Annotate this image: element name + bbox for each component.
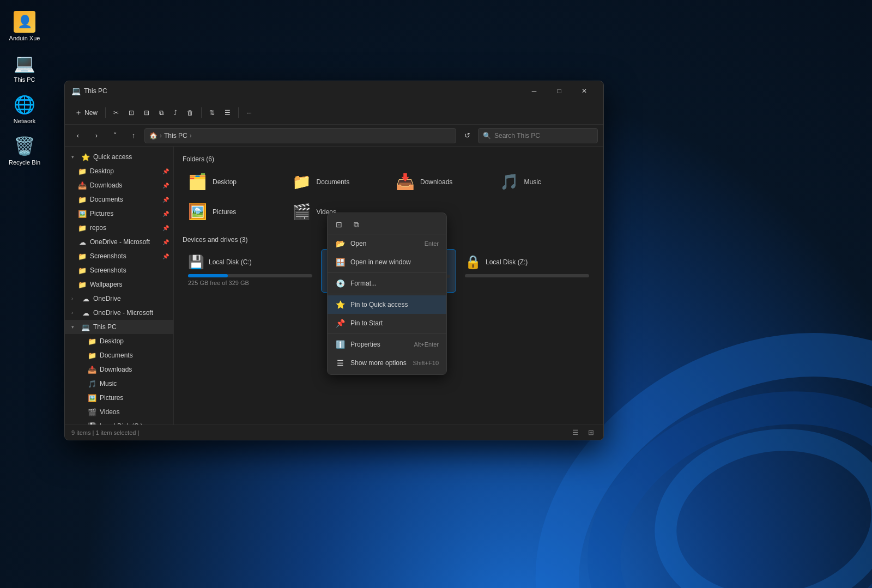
- address-bar: ‹ › ˅ ↑ 🏠 › This PC › ↺ 🔍 Search This PC: [65, 125, 603, 147]
- ctx-properties-item[interactable]: ℹ️ Properties Alt+Enter: [328, 335, 446, 354]
- music-folder-icon: 🎵: [500, 173, 519, 191]
- quick-access-label: Quick access: [93, 153, 132, 161]
- sidebar-desktop-label: Desktop: [90, 167, 114, 175]
- address-home-icon: 🏠: [149, 132, 158, 140]
- sidebar-item-downloads[interactable]: 📥 Downloads 📌: [65, 178, 173, 192]
- new-icon: ＋: [75, 108, 82, 118]
- downloads-sub-icon: 📥: [88, 366, 96, 374]
- sidebar-item-wallpapers[interactable]: 📁 Wallpapers: [65, 277, 173, 292]
- address-path[interactable]: 🏠 › This PC ›: [144, 128, 456, 143]
- sidebar-item-desktop[interactable]: 📁 Desktop 📌: [65, 164, 173, 178]
- sidebar-thispc-music-label: Music: [100, 380, 117, 387]
- folder-item-downloads[interactable]: 📥 Downloads: [390, 168, 491, 195]
- toolbar-separator-2: [201, 107, 202, 118]
- drive-c-info: 225 GB free of 329 GB: [188, 280, 312, 286]
- new-button[interactable]: ＋ New: [70, 104, 102, 122]
- sidebar-item-repos[interactable]: 📁 repos 📌: [65, 221, 173, 235]
- paste-button[interactable]: ⊟: [140, 104, 154, 122]
- pictures-folder-icon: 🖼️: [78, 210, 87, 218]
- toolbar: ＋ New ✂ ⊡ ⊟ ⧉ ⤴ 🗑 ⇅ ☰ ···: [65, 101, 603, 125]
- downloads-folder-icon-main: 📥: [396, 173, 415, 191]
- desktop-folder-icon: 🗂️: [188, 173, 207, 191]
- drive-c-header: 💾 Local Disk (C:): [188, 254, 312, 270]
- sidebar-quick-access[interactable]: ▾ ⭐ Quick access: [65, 150, 173, 164]
- sidebar-thispc-downloads[interactable]: 📥 Downloads: [65, 362, 173, 377]
- sidebar-thispc-music[interactable]: 🎵 Music: [65, 377, 173, 391]
- delete-button[interactable]: 🗑: [183, 104, 198, 122]
- folder-item-music[interactable]: 🎵 Music: [494, 168, 595, 195]
- up-button[interactable]: ↑: [126, 128, 141, 143]
- more-button[interactable]: ···: [242, 104, 256, 122]
- pin-icon: 📌: [162, 168, 169, 174]
- desktop-icon-network[interactable]: 🌐 Network: [5, 94, 44, 124]
- sidebar-onedrive-label: OneDrive: [93, 295, 121, 302]
- ctx-show-more-label: Show more options: [350, 359, 407, 367]
- chevron-down-icon: ▾: [71, 154, 78, 160]
- minimize-button[interactable]: ─: [522, 83, 547, 99]
- sidebar-item-pictures[interactable]: 🖼️ Pictures 📌: [65, 207, 173, 221]
- status-view-controls: ☰ ⊞: [570, 427, 597, 439]
- ctx-open-item[interactable]: 📂 Open Enter: [328, 234, 446, 253]
- sidebar-documents-label: Documents: [90, 196, 123, 203]
- star-icon: ⭐: [81, 153, 90, 161]
- share-button[interactable]: ⤴: [169, 104, 181, 122]
- forward-button[interactable]: ›: [89, 128, 104, 143]
- back-button[interactable]: ‹: [70, 128, 86, 143]
- downloads-folder-label: Downloads: [420, 178, 452, 186]
- copy-button[interactable]: ⊡: [124, 104, 138, 122]
- ctx-open-new-window-item[interactable]: 🪟 Open in new window: [328, 253, 446, 271]
- grid-view-button[interactable]: ⊞: [585, 427, 597, 439]
- ctx-copy-button[interactable]: ⊡: [331, 217, 347, 232]
- videos-folder-icon: 🎬: [292, 203, 311, 221]
- folder-item-pictures[interactable]: 🖼️ Pictures: [183, 198, 283, 225]
- sidebar-item-onedrive-microsoft[interactable]: › ☁ OneDrive - Microsoft: [65, 306, 173, 320]
- drive-z-label: Local Disk (Z:): [486, 258, 528, 266]
- sidebar-thispc-desktop[interactable]: 📁 Desktop: [65, 334, 173, 348]
- ctx-format-item[interactable]: 💿 Format...: [328, 274, 446, 293]
- sidebar-thispc-diskc[interactable]: › 💾 Local Disk (C:): [65, 419, 173, 425]
- refresh-button[interactable]: ↺: [459, 128, 475, 143]
- sidebar-item-screenshots2[interactable]: 📁 Screenshots: [65, 263, 173, 277]
- ctx-pin-start-label: Pin to Start: [350, 319, 383, 327]
- sidebar-item-documents[interactable]: 📁 Documents 📌: [65, 192, 173, 207]
- sidebar-thispc-pictures[interactable]: 🖼️ Pictures: [65, 391, 173, 405]
- ctx-pin-quick-item[interactable]: ⭐ Pin to Quick access: [328, 295, 446, 314]
- chevron-right-icon: ›: [71, 296, 78, 301]
- ctx-pin-start-item[interactable]: 📌 Pin to Start: [328, 314, 446, 332]
- drive-c-icon: 💾: [188, 254, 204, 270]
- rename-button[interactable]: ⧉: [155, 104, 168, 122]
- sidebar-thispc-documents[interactable]: 📁 Documents: [65, 348, 173, 362]
- drive-item-z[interactable]: 🔒 Local Disk (Z:): [459, 249, 595, 293]
- maximize-button[interactable]: □: [547, 83, 572, 99]
- cut-button[interactable]: ✂: [109, 104, 123, 122]
- folder-item-documents[interactable]: 📁 Documents: [287, 168, 387, 195]
- folder-item-desktop[interactable]: 🗂️ Desktop: [183, 168, 283, 195]
- ctx-show-more-item[interactable]: ☰ Show more options Shift+F10: [328, 354, 446, 372]
- drive-item-c[interactable]: 💾 Local Disk (C:) 225 GB free of 329 GB: [183, 249, 318, 293]
- recent-button[interactable]: ˅: [107, 128, 123, 143]
- status-bar: 9 items | 1 item selected | ☰ ⊞: [65, 425, 603, 440]
- desktop-icon-user[interactable]: 👤 Anduin Xue: [5, 11, 44, 41]
- search-placeholder: Search This PC: [494, 132, 540, 140]
- sidebar-item-screenshots1[interactable]: 📁 Screenshots 📌: [65, 249, 173, 263]
- ctx-open-label: Open: [350, 240, 366, 247]
- desktop-icon-thispc[interactable]: 💻 This PC: [5, 52, 44, 83]
- list-view-button[interactable]: ☰: [570, 427, 582, 439]
- ctx-paste-button[interactable]: ⧉: [348, 217, 365, 232]
- onedrive-icon: ☁: [81, 295, 90, 303]
- sidebar-item-onedrive[interactable]: › ☁ OneDrive: [65, 292, 173, 306]
- search-box[interactable]: 🔍 Search This PC: [478, 128, 598, 143]
- screenshots2-folder-icon: 📁: [78, 266, 87, 275]
- view-button[interactable]: ☰: [220, 104, 235, 122]
- recyclebin-icon: 🗑️: [14, 135, 35, 157]
- pin-icon-5: 📌: [162, 225, 169, 231]
- sidebar-item-thispc[interactable]: ▾ 💻 This PC: [65, 320, 173, 334]
- sidebar-item-onedrive-microsoft-qa[interactable]: ☁ OneDrive - Microsoft 📌: [65, 235, 173, 249]
- pin-icon-7: 📌: [162, 253, 169, 259]
- sidebar-thispc-videos[interactable]: 🎬 Videos: [65, 405, 173, 419]
- sidebar-thispc-documents-label: Documents: [100, 351, 133, 359]
- close-button[interactable]: ✕: [572, 83, 597, 99]
- desktop-icon-recyclebin[interactable]: 🗑️ Recycle Bin: [5, 135, 44, 166]
- title-bar-left: 💻 This PC: [71, 87, 107, 95]
- sort-button[interactable]: ⇅: [205, 104, 219, 122]
